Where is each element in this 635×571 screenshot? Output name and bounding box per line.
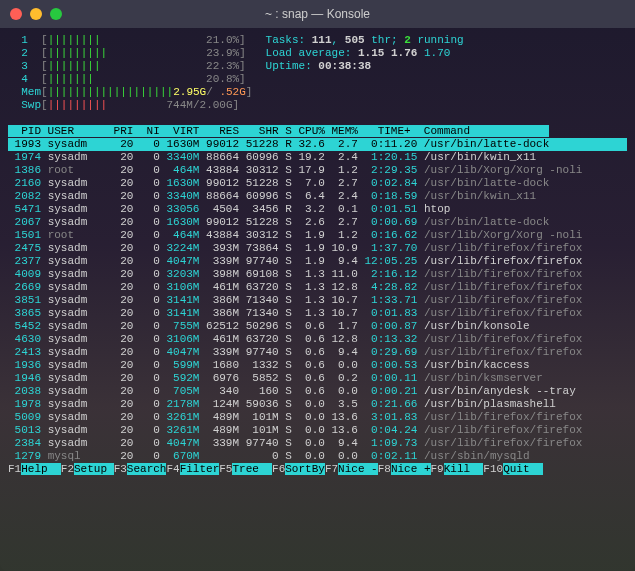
titlebar: ~ : snap — Konsole (0, 0, 635, 28)
process-row[interactable]: 1279 mysql 20 0 670M 0 S 0.0 0.0 0:02.11… (8, 450, 627, 463)
process-row[interactable]: 4630 sysadm 20 0 3106M 461M 63720 S 0.6 … (8, 333, 627, 346)
fkey-F10: F10 (483, 463, 503, 475)
cpu-meter-1: 1 [|||||||| 21.0%] Tasks: 111, 505 thr; … (8, 34, 627, 47)
cpu-meter-2: 2 [||||||||| 23.9%] Load average: 1.15 1… (8, 47, 627, 60)
column-header[interactable]: PID USER PRI NI VIRT RES SHR S CPU% MEM%… (8, 125, 549, 137)
fkey-label-F2[interactable]: Setup (74, 463, 114, 475)
process-row[interactable]: 3851 sysadm 20 0 3141M 386M 71340 S 1.3 … (8, 294, 627, 307)
fkey-label-F4[interactable]: Filter (180, 463, 220, 475)
fkey-F5: F5 (219, 463, 232, 475)
process-row[interactable]: 2038 sysadm 20 0 705M 340 160 S 0.6 0.0 … (8, 385, 627, 398)
konsole-window: ~ : snap — Konsole 1 [|||||||| 21.0%] Ta… (0, 0, 635, 571)
terminal[interactable]: 1 [|||||||| 21.0%] Tasks: 111, 505 thr; … (0, 28, 635, 571)
fkey-label-F9[interactable]: Kill (444, 463, 484, 475)
process-row[interactable]: 1993 sysadm 20 0 1630M 99012 51228 R 32.… (8, 138, 627, 151)
maximize-icon[interactable] (50, 8, 62, 20)
cpu-meter-3: 3 [|||||||| 22.3%] Uptime: 00:38:38 (8, 60, 627, 73)
swp-meter: Swp[||||||||| 744M/2.00G] (8, 99, 627, 112)
fkey-label-F3[interactable]: Search (127, 463, 167, 475)
process-row[interactable]: 1386 root 20 0 464M 43884 30312 S 17.9 1… (8, 164, 627, 177)
fkey-label-F1[interactable]: Help (21, 463, 61, 475)
fkey-label-F6[interactable]: SortBy (285, 463, 325, 475)
process-row[interactable]: 5452 sysadm 20 0 755M 62512 50296 S 0.6 … (8, 320, 627, 333)
process-row[interactable]: 5009 sysadm 20 0 3261M 489M 101M S 0.0 1… (8, 411, 627, 424)
fkey-F6: F6 (272, 463, 285, 475)
process-row[interactable]: 1501 root 20 0 464M 43884 30312 S 1.9 1.… (8, 229, 627, 242)
fkey-label-F10[interactable]: Quit (503, 463, 543, 475)
process-row[interactable]: 4009 sysadm 20 0 3203M 398M 69108 S 1.3 … (8, 268, 627, 281)
fkey-label-F5[interactable]: Tree (232, 463, 272, 475)
mem-meter: Mem[|||||||||||||||||||2.95G/ .52G] (8, 86, 627, 99)
minimize-icon[interactable] (30, 8, 42, 20)
process-row[interactable]: 1946 sysadm 20 0 592M 6976 5852 S 0.6 0.… (8, 372, 627, 385)
process-row[interactable]: 1936 sysadm 20 0 599M 1680 1332 S 0.6 0.… (8, 359, 627, 372)
process-row[interactable]: 5013 sysadm 20 0 3261M 489M 101M S 0.0 1… (8, 424, 627, 437)
process-row[interactable]: 5471 sysadm 20 0 33056 4504 3456 R 3.2 0… (8, 203, 627, 216)
fkey-F3: F3 (114, 463, 127, 475)
function-bar: F1Help F2Setup F3SearchF4FilterF5Tree F6… (8, 463, 543, 475)
fkey-F4: F4 (166, 463, 179, 475)
fkey-F2: F2 (61, 463, 74, 475)
process-row[interactable]: 1978 sysadm 20 0 2178M 124M 59036 S 0.0 … (8, 398, 627, 411)
fkey-label-F8[interactable]: Nice + (391, 463, 431, 475)
fkey-F7: F7 (325, 463, 338, 475)
fkey-F9: F9 (431, 463, 444, 475)
window-title: ~ : snap — Konsole (265, 7, 370, 21)
fkey-label-F7[interactable]: Nice - (338, 463, 378, 475)
close-icon[interactable] (10, 8, 22, 20)
process-row[interactable]: 3865 sysadm 20 0 3141M 386M 71340 S 1.3 … (8, 307, 627, 320)
process-row[interactable]: 2384 sysadm 20 0 4047M 339M 97740 S 0.0 … (8, 437, 627, 450)
fkey-F1: F1 (8, 463, 21, 475)
process-row[interactable]: 2475 sysadm 20 0 3224M 393M 73864 S 1.9 … (8, 242, 627, 255)
process-row[interactable]: 2082 sysadm 20 0 3340M 88664 60996 S 6.4… (8, 190, 627, 203)
process-row[interactable]: 2160 sysadm 20 0 1630M 99012 51228 S 7.0… (8, 177, 627, 190)
process-row[interactable]: 2669 sysadm 20 0 3106M 461M 63720 S 1.3 … (8, 281, 627, 294)
process-row[interactable]: 2067 sysadm 20 0 1630M 99012 51228 S 2.6… (8, 216, 627, 229)
process-row[interactable]: 2377 sysadm 20 0 4047M 339M 97740 S 1.9 … (8, 255, 627, 268)
process-row[interactable]: 2413 sysadm 20 0 4047M 339M 97740 S 0.6 … (8, 346, 627, 359)
process-row[interactable]: 1974 sysadm 20 0 3340M 88664 60996 S 19.… (8, 151, 627, 164)
fkey-F8: F8 (378, 463, 391, 475)
cpu-meter-4: 4 [||||||| 20.8%] (8, 73, 627, 86)
